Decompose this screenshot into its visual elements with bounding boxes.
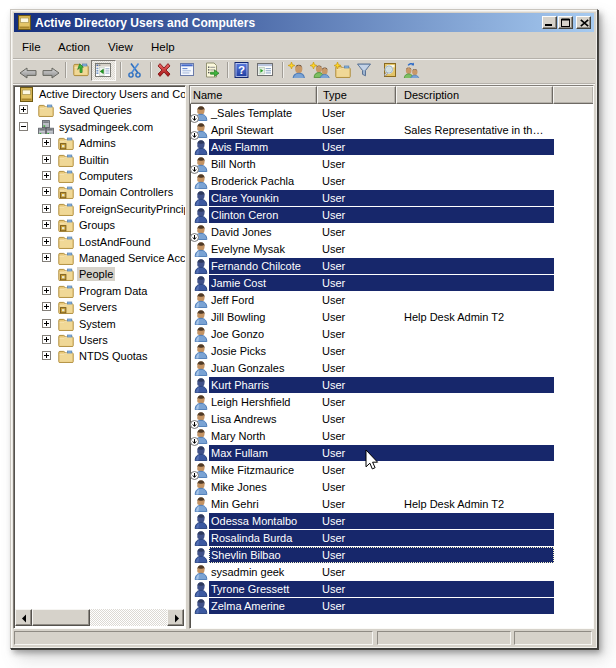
svg-text:?: ? [238, 64, 245, 76]
